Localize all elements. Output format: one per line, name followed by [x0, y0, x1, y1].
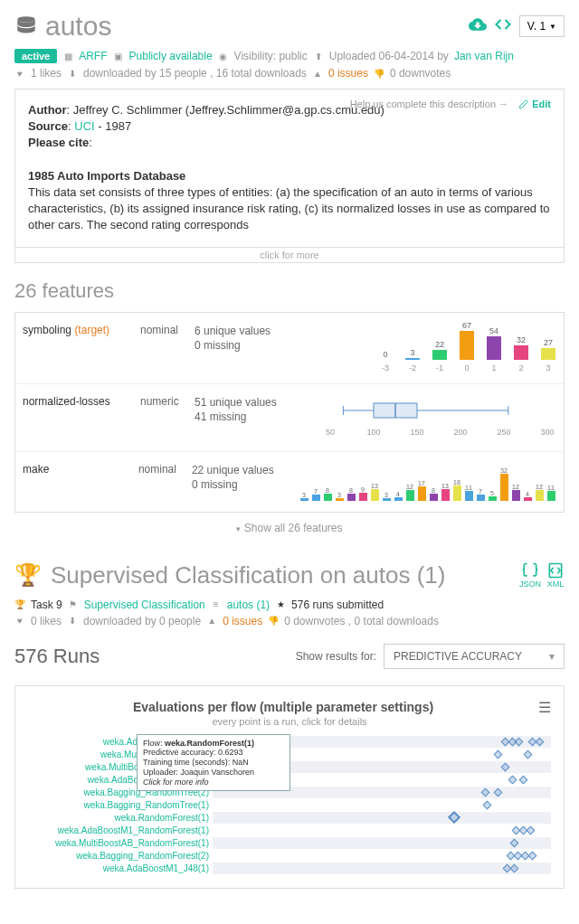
globe-icon: ▣: [113, 51, 124, 61]
svg-text:150: 150: [410, 428, 423, 437]
boxplot-chart: 50100150200250300: [321, 395, 556, 440]
edit-button[interactable]: Edit: [518, 99, 551, 109]
task-meta-1: 🏆Task 9 ⚑Supervised Classification ≡auto…: [14, 599, 565, 611]
svg-point-0: [17, 16, 35, 23]
warning-icon: ▲: [312, 68, 323, 79]
thumbs-down-icon: 👎: [374, 68, 384, 79]
show-results-label: Show results for:: [296, 650, 376, 663]
download-small-icon: ⬇: [67, 68, 78, 79]
status-badge: active: [14, 49, 57, 63]
task-header: 🏆 Supervised Classification on autos (1)…: [14, 561, 565, 589]
svg-text:50: 50: [326, 428, 335, 437]
run-point[interactable]: [494, 787, 503, 797]
svg-text:300: 300: [540, 428, 554, 437]
xml-icon[interactable]: XML: [546, 561, 565, 589]
task-meta-2: ♥0 likes ⬇downloaded by 0 people ▲0 issu…: [14, 615, 565, 627]
download-count: downloaded by 15 people , 16 total downl…: [83, 67, 307, 80]
run-point[interactable]: [508, 775, 517, 784]
dataset-title: autos: [45, 11, 111, 42]
run-point[interactable]: [527, 825, 536, 834]
download-small-icon: ⬇: [67, 616, 78, 627]
run-point[interactable]: [494, 750, 503, 759]
table-icon: ▦: [62, 51, 73, 61]
uploaded-label: Uploaded 06-04-2014 by: [329, 50, 449, 62]
evaluations-card: Evaluations per flow (multiple parameter…: [14, 685, 565, 889]
run-point[interactable]: [515, 737, 524, 746]
svg-text:100: 100: [366, 428, 380, 437]
flow-link[interactable]: weka.AdaBoostM1_RandomForest(1): [58, 825, 209, 835]
flow-link[interactable]: weka.AdaBoostM1_J48(1): [103, 863, 209, 873]
upload-icon: ⬆: [313, 51, 324, 61]
uploader-link[interactable]: Jan van Rijn: [454, 50, 514, 62]
task-title: Supervised Classification on autos (1): [51, 561, 445, 589]
trophy-small-icon: 🏆: [14, 599, 25, 610]
run-point[interactable]: [528, 851, 537, 860]
chart-menu-icon[interactable]: ☰: [538, 699, 551, 716]
run-point[interactable]: [481, 787, 490, 797]
database-small-icon: ≡: [211, 599, 222, 610]
flow-link[interactable]: weka.RandomForest(1): [115, 813, 209, 823]
meta-row-2: ♥1 likes ⬇downloaded by 15 people , 16 t…: [14, 67, 565, 80]
chart-tooltip[interactable]: Flow: weka.RandomForest(1) Predictive ac…: [137, 734, 290, 792]
code-icon[interactable]: [494, 15, 512, 38]
download-icon[interactable]: [469, 15, 487, 38]
run-point[interactable]: [448, 810, 460, 823]
flow-link[interactable]: weka.Bagging_RandomForest(2): [76, 851, 209, 861]
task-dataset-link[interactable]: autos (1): [227, 599, 270, 611]
flow-rows[interactable]: Flow: weka.RandomForest(1) Predictive ac…: [213, 736, 551, 875]
page-header: autos V. 1▼: [14, 11, 565, 42]
warning-icon: ▲: [206, 616, 217, 627]
run-point[interactable]: [524, 750, 533, 759]
symboling-bar-chart: 032267543227: [377, 324, 556, 360]
source-link[interactable]: UCI: [74, 119, 94, 133]
eye-icon: ◉: [218, 51, 229, 61]
run-point[interactable]: [483, 800, 492, 809]
run-point[interactable]: [510, 863, 519, 872]
eval-subtitle: every point is a run, click for details: [28, 716, 551, 727]
description-card: Help us complete this description → Edit…: [14, 89, 565, 248]
star-icon: ★: [275, 599, 286, 610]
json-icon[interactable]: JSON: [519, 561, 541, 589]
visibility-label: Visibility: public: [234, 50, 308, 62]
heart-icon: ♥: [14, 68, 25, 79]
flow-link[interactable]: weka.Bagging_RandomTree(1): [83, 800, 209, 810]
svg-text:250: 250: [497, 428, 510, 437]
downvotes-count: 0 downvotes: [390, 67, 451, 80]
task-type-link[interactable]: Supervised Classification: [84, 599, 205, 611]
help-complete-label: Help us complete this description →: [350, 99, 508, 109]
click-for-more-button[interactable]: click for more: [14, 248, 565, 263]
likes-count: 1 likes: [31, 67, 62, 80]
features-heading: 26 features: [14, 279, 565, 303]
runs-title: 576 Runs: [14, 645, 100, 668]
feature-row: normalized-losses numeric 51 unique valu…: [15, 384, 564, 452]
thumbs-down-icon: 👎: [268, 616, 279, 627]
feature-row: make nominal 22 unique values0 missing 3…: [15, 452, 564, 512]
show-all-features-button[interactable]: ▾ Show all 26 features: [14, 513, 565, 543]
run-point[interactable]: [519, 775, 528, 784]
format-label: ARFF: [79, 50, 107, 62]
database-icon: [14, 14, 38, 38]
feature-row: symboling (target) nominal 6 unique valu…: [15, 313, 564, 384]
heart-icon: ♥: [14, 616, 25, 627]
run-point[interactable]: [510, 838, 519, 847]
meta-row-1: active ▦ARFF ▣Publicly available ◉Visibi…: [14, 49, 565, 63]
features-card: symboling (target) nominal 6 unique valu…: [14, 312, 565, 513]
metric-select[interactable]: PREDICTIVE ACCURACY: [384, 644, 565, 669]
trophy-icon: 🏆: [14, 562, 42, 588]
run-point[interactable]: [501, 762, 510, 771]
flag-icon: ⚑: [68, 599, 79, 610]
eval-title: Evaluations per flow (multiple parameter…: [28, 700, 538, 714]
availability-link[interactable]: Publicly available: [129, 50, 213, 62]
run-point[interactable]: [536, 737, 545, 746]
flow-link[interactable]: weka.MultiBoostAB_RandomForest(1): [55, 838, 209, 848]
svg-text:200: 200: [453, 428, 467, 437]
make-bar-chart: 37838913341217813181175321241211: [299, 463, 556, 501]
issues-count: 0 issues: [328, 67, 368, 80]
version-dropdown[interactable]: V. 1▼: [519, 15, 565, 37]
